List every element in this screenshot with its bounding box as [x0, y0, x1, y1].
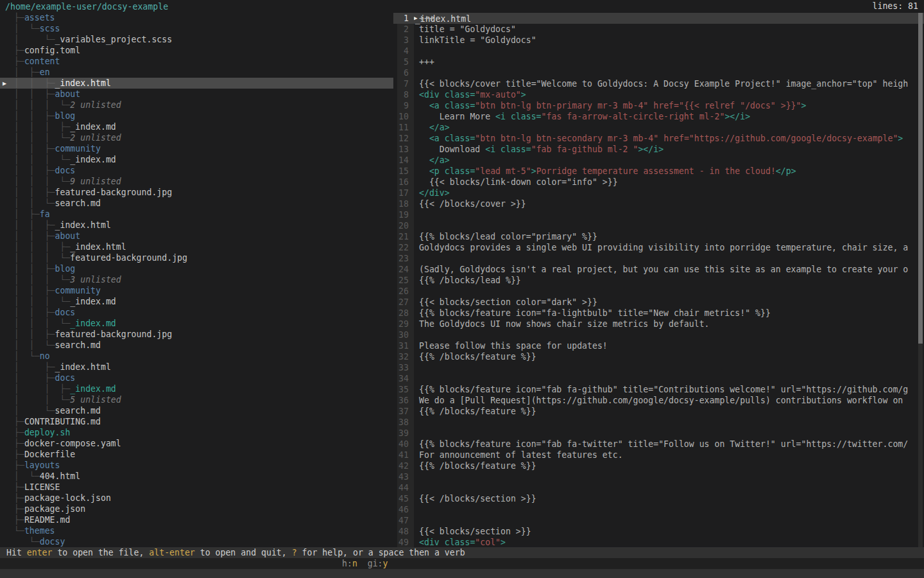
tree-row[interactable]: │ │ │ ├─_index.md [0, 121, 393, 132]
line-number: 17 [397, 188, 414, 198]
tree-row[interactable]: ├─package-lock.json [0, 493, 393, 504]
code-segment: {{< blocks/link-down color="info" >}} [419, 177, 618, 187]
tree-row[interactable]: │ │ │ └─featured-background.jpg [0, 252, 393, 263]
tree-file-name: featured-background.jpg [55, 329, 173, 339]
code-view: 1▶+++2title = "Goldydocs"3linkTitle = "G… [393, 13, 924, 547]
tree-branch-lines: │ │ ├─ [14, 78, 55, 88]
tree-row[interactable]: ├─config.toml [0, 45, 393, 56]
code-line-content: {{% /blocks/feature %}} [414, 351, 924, 362]
line-number: 37 [397, 406, 414, 417]
tree-row[interactable]: ├─README.md [0, 514, 393, 525]
code-line-content [414, 286, 924, 297]
tree-branch-lines: ├─ [14, 460, 24, 470]
code-line: 24(Sadly, Goldydocs isn't a real project… [393, 264, 924, 275]
code-line-content: For announcement of latest features etc. [414, 450, 924, 460]
tree-row[interactable]: │ │ ├─about [0, 89, 393, 100]
tree-dir-name: no [40, 351, 50, 361]
tree-row[interactable]: │ │ │ └─_index.md [0, 296, 393, 307]
code-line-content: </a> [414, 122, 924, 133]
tree-row[interactable]: │ └─404.html [0, 471, 393, 482]
code-segment: {{% /blocks/lead %}} [419, 276, 521, 285]
tree-row[interactable]: │ │ ├─blog [0, 110, 393, 121]
code-line-content: +++ [414, 57, 924, 67]
tree-row[interactable]: │ │ ├─featured-background.jpg [0, 187, 393, 198]
code-segment: {{% blocks/feature icon="fab fa-twitter"… [419, 439, 908, 449]
tree-row[interactable]: │ │ │ └─2 unlisted [0, 100, 393, 110]
tree-dir-name: content [24, 57, 60, 66]
tree-row[interactable]: │ │ ├─_index.md [0, 383, 393, 394]
code-line-content: Learn More <i class="fas fa-arrow-alt-ci… [414, 111, 924, 122]
tree-row[interactable]: │ │ ├─blog [0, 263, 393, 274]
code-segment: <a class= [429, 134, 475, 143]
tree-row[interactable]: │ │ ├─docs [0, 165, 393, 176]
line-number: 24 [397, 264, 414, 275]
code-segment: <div class= [419, 90, 475, 100]
code-line-content: {{% /blocks/feature %}} [414, 460, 924, 471]
code-segment: "btn btn-lg btn-primary mr-3 mb-4" [475, 101, 648, 110]
tree-row[interactable]: │ │ │ └─2 unlisted [0, 132, 393, 143]
unlisted-count: 9 unlisted [70, 177, 121, 186]
tree-row[interactable]: ├─layouts [0, 460, 393, 471]
selection-pointer-icon: ▶ [3, 78, 6, 89]
tree-row[interactable]: │ └─_variables_project.scss [0, 34, 393, 45]
tree-row[interactable]: └─docsy [0, 536, 393, 547]
tree-row[interactable]: ├─content [0, 56, 393, 67]
tree-row[interactable]: │ │ └─search.md [0, 340, 393, 351]
line-number: 11 [397, 122, 414, 133]
tree-row[interactable]: ▶│ │ ├─_index.html [0, 78, 393, 89]
code-line-content [414, 428, 924, 439]
tree-branch-lines: │ │ └─ [14, 395, 70, 405]
tree-row[interactable]: │ │ │ └─_index.md [0, 318, 393, 329]
line-number: 38 [397, 417, 414, 428]
tree-row[interactable]: │ │ ├─featured-background.jpg [0, 329, 393, 340]
tree-row[interactable]: │ │ ├─community [0, 285, 393, 296]
tree-row[interactable]: ├─Dockerfile [0, 449, 393, 460]
tree-row[interactable]: │ └─search.md [0, 405, 393, 416]
code-segment: ></i> [724, 112, 750, 121]
tree-branch-lines: ├─ [14, 57, 24, 66]
tree-row[interactable]: │ │ ├─about [0, 231, 393, 241]
code-line-content: <div class="mx-auto"> [414, 89, 924, 100]
tree-row[interactable]: ├─deploy.sh [0, 427, 393, 438]
tree-row[interactable]: │ │ └─5 unlisted [0, 394, 393, 405]
tree-row[interactable]: ├─LICENSE [0, 482, 393, 493]
tree-file-name: search.md [55, 198, 101, 208]
tree-dir-name: blog [55, 264, 76, 274]
tree-row[interactable]: └─themes [0, 525, 393, 536]
code-line: 9 <a class="btn btn-lg btn-primary mr-3 … [393, 100, 924, 111]
tree-row[interactable]: │ ├─fa [0, 209, 393, 220]
tree-row[interactable]: │ │ │ └─3 unlisted [0, 274, 393, 285]
code-line-content: </div> [414, 188, 924, 198]
tree-row[interactable]: │ │ └─search.md [0, 198, 393, 209]
code-segment: </a> [429, 123, 450, 132]
tree-row[interactable]: │ ├─en [0, 67, 393, 78]
scrollbar[interactable] [918, 13, 923, 547]
line-number: 14 [397, 155, 414, 166]
tree-row[interactable]: ├─docker-compose.yaml [0, 438, 393, 449]
tree-row[interactable]: │ │ ├─docs [0, 307, 393, 318]
line-number: 23 [397, 253, 414, 264]
tree-branch-lines: │ │ ├─ [14, 231, 55, 241]
tree-row[interactable]: │ │ │ ├─_index.html [0, 241, 393, 252]
tree-row[interactable]: ├─assets [0, 12, 393, 23]
tree-row[interactable]: │ ├─docs [0, 372, 393, 383]
tree-row[interactable]: │ │ ├─community [0, 143, 393, 154]
code-line-content: {{% blocks/feature icon="fa-lightbulb" t… [414, 308, 924, 319]
line-number: 6 [397, 67, 414, 78]
tree-row[interactable]: │ │ │ └─9 unlisted [0, 176, 393, 187]
command-input-line[interactable]: :e h:n gi:y [0, 558, 924, 569]
tree-row[interactable]: │ └─scss [0, 23, 393, 34]
code-line: 6 [393, 67, 924, 78]
code-line-content [414, 482, 924, 493]
tree-row[interactable]: │ │ ├─_index.html [0, 220, 393, 231]
tree-file-name: package-lock.json [24, 493, 111, 503]
unlisted-count: 3 unlisted [70, 275, 121, 285]
tree-row[interactable]: │ │ │ └─_index.md [0, 154, 393, 165]
tree-row[interactable]: ├─package.json [0, 504, 393, 514]
scrollbar-thumb[interactable] [918, 13, 923, 344]
code-segment: href="https://github.com/google/docsy-ex… [658, 134, 898, 143]
tree-row[interactable]: │ └─no [0, 351, 393, 362]
tree-row[interactable]: │ ├─_index.html [0, 362, 393, 372]
tree-branch-lines: │ │ ├─ [14, 264, 55, 274]
tree-row[interactable]: ├─CONTRIBUTING.md [0, 416, 393, 427]
